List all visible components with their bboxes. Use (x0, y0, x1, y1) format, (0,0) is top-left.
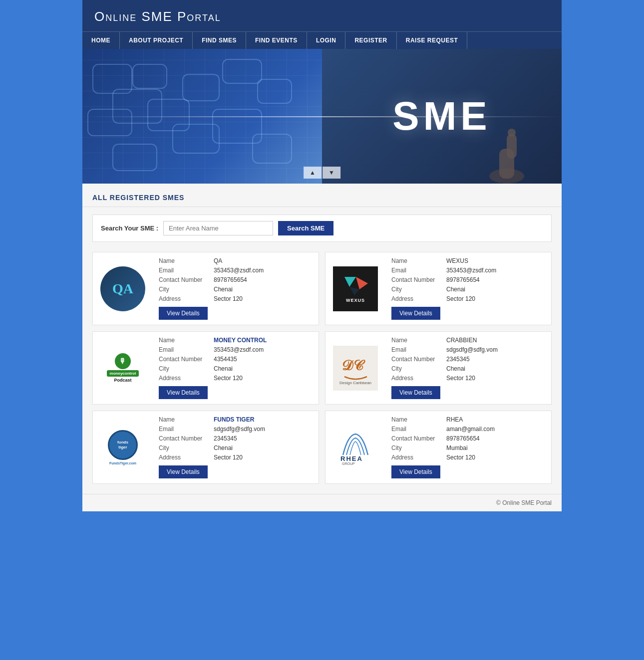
info-row-address-2: Address Sector 120 (391, 295, 545, 302)
search-button[interactable]: Search SME (278, 221, 333, 235)
label-address-5: Address (159, 454, 214, 461)
value-name-4: CRABBIEN (446, 337, 545, 344)
label-contact-3: Contact Number (159, 356, 214, 363)
value-address-3: Sector 120 (214, 375, 313, 382)
fundstiger-logo-image: fundstiger FundsTiger.com (100, 425, 145, 470)
hero-finger-icon (472, 119, 542, 184)
value-address-6: Sector 120 (446, 454, 545, 461)
sme-card-3: 🎙 moneycontrol Podcast Name MONEY CONTRO… (92, 331, 319, 405)
view-details-button-5[interactable]: View Details (159, 465, 208, 478)
svg-point-3 (508, 129, 516, 137)
sme-info-5: Name FUNDS TIGER Email sdgsdfg@sdfg.vom … (153, 411, 319, 483)
info-row-email-5: Email sdgsdfg@sdfg.vom (159, 426, 313, 433)
deco-box-10 (257, 79, 292, 104)
search-label: Search Your SME : (101, 224, 158, 232)
svg-text:Design Caribbean: Design Caribbean (339, 381, 371, 385)
svg-rect-2 (507, 134, 517, 159)
nav-login[interactable]: LOGIN (307, 32, 346, 49)
view-details-button-6[interactable]: View Details (391, 465, 440, 478)
value-email-6: aman@gmail.com (446, 426, 545, 433)
label-city-6: City (391, 444, 446, 451)
hero-banner: SME ▲ ▼ (82, 49, 562, 184)
view-details-button-2[interactable]: View Details (391, 307, 440, 320)
value-contact-2: 8978765654 (446, 276, 545, 283)
label-address-3: Address (159, 375, 214, 382)
value-name-3: MONEY CONTROL (214, 337, 313, 344)
value-name-1: QA (214, 257, 313, 264)
info-row-name-1: Name QA (159, 257, 313, 264)
label-contact-5: Contact Number (159, 435, 214, 442)
sme-logo-5: fundstiger FundsTiger.com (93, 411, 153, 483)
value-contact-4: 2345345 (446, 356, 545, 363)
label-city-4: City (391, 365, 446, 372)
info-row-name-6: Name RHEA (391, 416, 545, 423)
header: Online SME Portal (82, 0, 562, 31)
nav-about[interactable]: ABOUT PROJECT (120, 32, 193, 49)
sme-logo-3: 🎙 moneycontrol Podcast (93, 332, 153, 404)
qa-logo-image: QA (100, 266, 145, 311)
value-contact-5: 2345345 (214, 435, 313, 442)
info-row-city-5: City Chenai (159, 444, 313, 451)
info-row-email-3: Email 353453@zsdf.com (159, 346, 313, 353)
carousel-down-button[interactable]: ▼ (322, 167, 340, 179)
value-contact-1: 8978765654 (214, 276, 313, 283)
label-name-4: Name (391, 337, 446, 344)
value-city-2: Chenai (446, 286, 545, 293)
carousel-controls: ▲ ▼ (304, 167, 340, 179)
sme-card-5: fundstiger FundsTiger.com Name FUNDS TIG… (92, 411, 319, 484)
view-details-button-3[interactable]: View Details (159, 386, 208, 399)
label-contact-6: Contact Number (391, 435, 446, 442)
crabbien-svg: 𝒟𝒞 Design Caribbean (337, 349, 374, 387)
sme-card-2: WEXUS Name WEXUS Email 353453@zsdf.com C… (325, 252, 552, 325)
section-header: ALL REGISTERED SMES (82, 184, 562, 207)
info-row-name-4: Name CRABBIEN (391, 337, 545, 344)
label-name-5: Name (159, 416, 214, 423)
value-contact-3: 4354435 (214, 356, 313, 363)
wexus-logo-image: WEXUS (333, 266, 378, 311)
info-row-name-5: Name FUNDS TIGER (159, 416, 313, 423)
view-details-button-4[interactable]: View Details (391, 386, 440, 399)
info-row-contact-6: Contact Number 8978765654 (391, 435, 545, 442)
nav-find-events[interactable]: FIND EVENTS (246, 32, 307, 49)
sme-logo-6: RHEA GROUP (325, 411, 385, 483)
info-row-contact-2: Contact Number 8978765654 (391, 276, 545, 283)
nav-register[interactable]: REGISTER (345, 32, 396, 49)
sme-logo-2: WEXUS (325, 252, 385, 325)
label-name-3: Name (159, 337, 214, 344)
search-bar: Search Your SME : Search SME (92, 215, 552, 242)
deco-box-12 (112, 144, 157, 171)
main-nav: HOME ABOUT PROJECT FIND SMES FIND EVENTS… (82, 31, 562, 49)
nav-raise-request[interactable]: RAISE REQUEST (397, 32, 468, 49)
carousel-up-button[interactable]: ▲ (304, 167, 322, 179)
search-input[interactable] (163, 221, 273, 235)
nav-home[interactable]: HOME (82, 32, 120, 49)
moneycontrol-logo-image: 🎙 moneycontrol Podcast (100, 346, 145, 391)
info-row-email-1: Email 353453@zsdf.com (159, 267, 313, 274)
label-city-5: City (159, 444, 214, 451)
label-address-2: Address (391, 295, 446, 302)
info-row-name-2: Name WEXUS (391, 257, 545, 264)
deco-box-8 (222, 59, 262, 84)
value-name-2: WEXUS (446, 257, 545, 264)
label-email-2: Email (391, 267, 446, 274)
info-row-address-5: Address Sector 120 (159, 454, 313, 461)
value-email-4: sdgsdfg@sdfg.vom (446, 346, 545, 353)
label-name-6: Name (391, 416, 446, 423)
view-details-button-1[interactable]: View Details (159, 307, 208, 320)
info-row-email-4: Email sdgsdfg@sdfg.vom (391, 346, 545, 353)
value-address-1: Sector 120 (214, 295, 313, 302)
sme-card-4: 𝒟𝒞 Design Caribbean Name CRABBIEN Email … (325, 331, 552, 405)
svg-marker-5 (356, 277, 368, 289)
nav-find-smes[interactable]: FIND SMES (193, 32, 246, 49)
svg-marker-4 (344, 277, 356, 287)
info-row-address-6: Address Sector 120 (391, 454, 545, 461)
value-address-2: Sector 120 (446, 295, 545, 302)
svg-text:GROUP: GROUP (342, 462, 355, 465)
value-city-1: Chenai (214, 286, 313, 293)
sme-card-6: RHEA GROUP Name RHEA Email aman@gmail.co… (325, 411, 552, 484)
rhea-logo-image: RHEA GROUP (333, 425, 378, 470)
value-contact-6: 8978765654 (446, 435, 545, 442)
label-contact-2: Contact Number (391, 276, 446, 283)
sme-logo-4: 𝒟𝒞 Design Caribbean (325, 332, 385, 404)
sme-info-6: Name RHEA Email aman@gmail.com Contact N… (385, 411, 551, 483)
